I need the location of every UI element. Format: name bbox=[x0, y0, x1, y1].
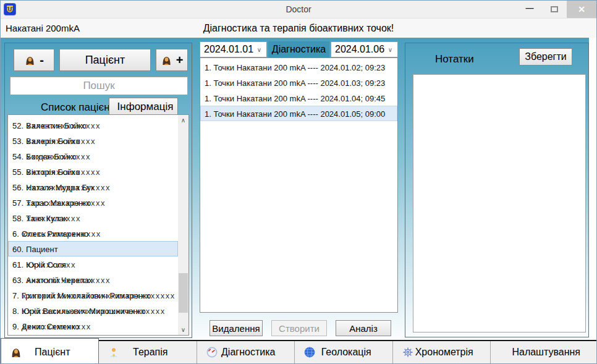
patient-avatar-icon bbox=[161, 54, 172, 66]
minimize-button[interactable]: — bbox=[517, 1, 542, 18]
therapy-icon bbox=[108, 346, 120, 358]
patient-row[interactable]: 61.Юрій Соляxxxxxxxxxx bbox=[8, 256, 178, 272]
tab-label: Діагностика bbox=[218, 347, 294, 358]
patient-row[interactable]: 53.Валерія Бойкоxxxxxxxxxxxxxx bbox=[8, 133, 178, 148]
date-to-dropdown[interactable]: 2024.01.06 ∨ bbox=[331, 41, 398, 57]
anonymization-mask: xxxxxxxxxxxxxxxxxxxxxxxxxxxxx bbox=[22, 303, 166, 319]
session-record-row[interactable]: 1. Точки Накатани 200 mkA ---- 2024.01.0… bbox=[200, 106, 397, 121]
patient-row[interactable]: 57.Тарас Макаренкоxxxxxxxxxxxxxxxx bbox=[8, 195, 178, 210]
notes-panel: Нотатки Зберегти bbox=[405, 43, 589, 337]
notes-textarea[interactable] bbox=[413, 74, 586, 332]
anonymization-mask: xxxxxxxxxxxxxx bbox=[22, 319, 91, 334]
window-title: Doctor bbox=[1, 4, 596, 14]
patient-row[interactable]: 8.Юрій Васильєвич Мирошниченкоxxxxxxxxxx… bbox=[8, 303, 178, 318]
anonymization-mask: xxxxxxxxxxxxxxxxx bbox=[27, 180, 111, 195]
chevron-down-icon: ∨ bbox=[388, 46, 394, 53]
chevron-down-icon: ∨ bbox=[257, 46, 263, 53]
anonymization-mask: xxxxxxxxxxxxxxx bbox=[27, 118, 101, 133]
patient-button-label: Пацієнт bbox=[85, 54, 125, 67]
add-patient-label: + bbox=[176, 53, 184, 67]
tab-label: Геолокація bbox=[316, 347, 392, 358]
patient-list-scrollbar[interactable]: ∧ ∨ bbox=[178, 115, 188, 335]
patient-row[interactable]: 9.Денис Семенкоxxxxxxxxxxxxxx bbox=[8, 318, 178, 334]
scrollbar-thumb[interactable] bbox=[179, 273, 188, 313]
patient-number: 9. bbox=[12, 322, 19, 331]
patient-number: 52. bbox=[12, 121, 23, 130]
patient-row[interactable]: 56.Наталя Мудра Букxxxxxxxxxxxxxxxxx bbox=[8, 179, 178, 195]
patient-avatar-icon bbox=[24, 54, 36, 66]
patient-icon bbox=[10, 346, 22, 358]
patient-row[interactable]: 52.Валентин Бойкоxxxxxxxxxxxxxxx bbox=[8, 117, 178, 133]
patient-number: 7. bbox=[12, 291, 19, 300]
patient-row[interactable]: 54.Богдан Бойкоxxxxxxxxxxxxx bbox=[8, 148, 178, 164]
anonymization-mask: xxxxxxxxxxxxxxxx bbox=[27, 195, 106, 211]
patient-row[interactable]: 6.Олесь Римаренкоxxxxxxxxxxxxxxxx bbox=[8, 226, 178, 241]
diagnostics-label-text: Діагностика bbox=[272, 44, 326, 55]
patient-row[interactable]: 7.Григорий Миколайович Римаренкоxxxxxxxx… bbox=[8, 287, 178, 303]
create-button[interactable]: Створити bbox=[271, 320, 327, 336]
notes-title: Нотатки bbox=[435, 53, 474, 66]
diagnostics-label: Діагностика bbox=[268, 41, 329, 57]
save-button-label: Зберегти bbox=[525, 51, 566, 62]
gauge-icon bbox=[206, 346, 218, 358]
gear-icon bbox=[402, 346, 414, 358]
mode-label: Накатані 200mkA bbox=[6, 23, 80, 33]
delete-button[interactable]: Видалення bbox=[210, 320, 263, 336]
tab-label: Налаштування bbox=[512, 347, 596, 358]
patient-name: Пациент bbox=[26, 245, 58, 254]
session-record-text: 1. Точки Накатани 200 mkA ---- 2024.01.0… bbox=[205, 94, 385, 103]
anonymization-mask: xxxxxxxxxx bbox=[27, 257, 76, 273]
scroll-up-icon[interactable]: ∧ bbox=[178, 115, 188, 125]
save-button[interactable]: Зберегти bbox=[519, 48, 572, 66]
remove-patient-button[interactable]: - bbox=[14, 49, 54, 71]
tab-therapy[interactable]: Терапія bbox=[99, 341, 197, 363]
patient-number: 6. bbox=[12, 229, 19, 239]
tab-chronometry[interactable]: Хронометрія bbox=[393, 341, 491, 363]
no-icon bbox=[499, 346, 512, 358]
tab-geolocation[interactable]: Геолокація bbox=[295, 341, 392, 363]
bottom-tabbar: Пацієнт Терапія Діагностика Геолокація Х… bbox=[1, 340, 596, 363]
anonymization-mask: xxxxxxxxxxxxxxx bbox=[27, 164, 101, 180]
patient-number: 58. bbox=[12, 214, 23, 223]
add-patient-button[interactable]: + bbox=[156, 49, 188, 71]
patient-number: 56. bbox=[12, 183, 23, 192]
analyze-button[interactable]: Аналіз bbox=[336, 320, 391, 336]
tab-label: Пацієнт bbox=[22, 347, 98, 358]
tab-diagnostics[interactable]: Діагностика bbox=[197, 341, 295, 363]
patient-row[interactable]: 55.Вікторія Бойкоxxxxxxxxxxxxxxx bbox=[8, 164, 178, 179]
session-record-row[interactable]: 1. Точки Накатани 200 mkA ---- 2024.01.0… bbox=[200, 59, 397, 75]
anonymization-mask: xxxxxxxxxxxxxxxx bbox=[22, 226, 101, 242]
patient-list: 52.Валентин Бойкоxxxxxxxxxxxxxxx 53.Вале… bbox=[7, 114, 189, 336]
delete-button-label: Видалення bbox=[212, 323, 260, 334]
date-from-value: 2024.01.01 bbox=[204, 44, 253, 55]
search-input[interactable] bbox=[10, 77, 188, 95]
anonymization-mask: xxxxxxxxxxxxxxxxxxxxxxxxxxxxxxx bbox=[22, 288, 176, 303]
maximize-button[interactable] bbox=[542, 1, 567, 18]
session-record-text: 1. Точки Накатани 200 mkA ---- 2024.01.0… bbox=[205, 109, 385, 119]
info-button[interactable]: Інформація bbox=[109, 98, 178, 116]
patients-panel: - Пацієнт + Список пацієнтів Інформація … bbox=[4, 43, 192, 338]
session-record-text: 1. Точки Накатани 200 mkA ---- 2024.01.0… bbox=[205, 78, 385, 88]
patient-number: 53. bbox=[12, 137, 23, 146]
analyze-button-label: Аналіз bbox=[349, 323, 378, 334]
scroll-down-icon[interactable]: ∨ bbox=[178, 324, 188, 335]
patient-button[interactable]: Пацієнт bbox=[59, 49, 151, 71]
tab-settings[interactable]: Налаштування bbox=[491, 341, 596, 363]
tab-label: Хронометрія bbox=[414, 347, 490, 358]
globe-icon bbox=[303, 346, 316, 358]
patient-row[interactable]: 63.Анатолій Черепахxxxxxxxxxxxxxxxxx bbox=[8, 272, 178, 287]
patient-row[interactable]: 60.Пациент bbox=[8, 241, 178, 256]
patient-number: 61. bbox=[12, 260, 23, 269]
session-record-text: 1. Точки Накатани 200 mkA ---- 2024.01.0… bbox=[205, 63, 385, 72]
patient-number: 60. bbox=[12, 245, 23, 254]
tab-patient[interactable]: Пацієнт bbox=[1, 338, 99, 363]
session-record-row[interactable]: 1. Точки Накатани 200 mkA ---- 2024.01.0… bbox=[200, 90, 397, 106]
session-record-list: 1. Точки Накатани 200 mkA ---- 2024.01.0… bbox=[200, 57, 398, 313]
close-button[interactable]: ✕ bbox=[567, 1, 596, 18]
header-strip: Накатані 200mkA Діагностика та терапія б… bbox=[1, 19, 596, 38]
patient-row[interactable]: 58.Таня Кулакxxxxxxxxxxx bbox=[8, 210, 178, 226]
date-from-dropdown[interactable]: 2024.01.01 ∨ bbox=[200, 41, 267, 57]
app-icon bbox=[4, 3, 16, 15]
anonymization-mask: xxxxxxxxxxxxxx bbox=[27, 133, 96, 149]
session-record-row[interactable]: 1. Точки Накатани 200 mkA ---- 2024.01.0… bbox=[200, 75, 397, 90]
